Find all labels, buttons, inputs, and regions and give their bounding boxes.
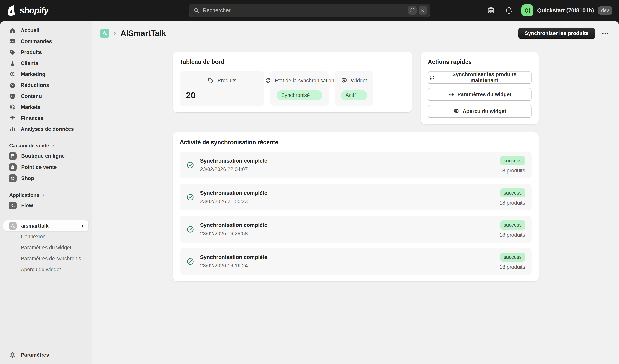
activity-title: Synchronisation complète	[200, 190, 267, 196]
person-icon	[9, 60, 16, 67]
card-title: Activité de synchronisation récente	[180, 139, 532, 146]
more-actions-button[interactable]	[600, 28, 610, 38]
dots-icon	[601, 29, 609, 37]
sidebar-item-shop[interactable]: Shop	[3, 173, 88, 183]
aismarttalk-logo-icon	[101, 30, 108, 36]
sync-activity-row: Synchronisation complète 23/02/2026 19:1…	[180, 248, 532, 275]
subnav-label: Connexion	[21, 234, 46, 239]
stat-tile: Widget Actif	[335, 71, 373, 106]
activity-title: Synchronisation complète	[200, 222, 267, 228]
sidebar-item-markets[interactable]: Markets	[3, 102, 88, 112]
search-input[interactable]: Rechercher ⌘ K	[189, 4, 430, 17]
shopify-logo[interactable]: s shopify	[7, 4, 50, 16]
button-label: Synchroniser les produits maintenant	[438, 71, 530, 84]
sidebar-item-contenu[interactable]: Contenu	[3, 91, 88, 101]
sidebar-item-finances[interactable]: Finances	[3, 113, 88, 123]
subnav-label: Aperçu du widget	[21, 267, 61, 272]
sidebar-subitem-connexion[interactable]: Connexion	[0, 231, 92, 242]
app-icon-aismarttalk[interactable]	[100, 29, 109, 38]
pos-bag-icon	[10, 165, 15, 170]
search-shortcut: ⌘ K	[408, 6, 427, 15]
nav-label: Accueil	[21, 28, 39, 33]
check-circle-icon	[186, 257, 194, 266]
sidebar: Accueil Commandes Produits Clien	[0, 21, 92, 364]
sidebar-item-commandes[interactable]: Commandes	[3, 36, 88, 46]
applications-header[interactable]: Applications	[3, 192, 88, 198]
page-content: Tableau de bord Produits 20	[92, 46, 619, 364]
sidebar-item-point-de-vente[interactable]: Point de vente	[3, 162, 88, 172]
gear-icon	[9, 352, 16, 358]
sidebar-subitem-parametres-synchro[interactable]: Paramètres de synchronis...	[0, 253, 92, 264]
widget-settings-button[interactable]: Paramètres du widget	[428, 88, 532, 101]
sidebar-divider	[5, 216, 87, 216]
sync-now-button[interactable]: Synchroniser les produits maintenant	[428, 71, 532, 84]
shop-app-icon	[10, 176, 15, 181]
svg-text:s: s	[10, 9, 12, 14]
active-dot	[82, 225, 84, 227]
chat-bubble-icon	[341, 77, 347, 84]
discount-icon	[9, 82, 16, 88]
sidebar-subitem-apercu-widget[interactable]: Aperçu du widget	[0, 264, 92, 275]
store-menu[interactable]: Q( Quickstart (70f8101b) dev	[521, 4, 612, 16]
sync-products-button[interactable]: Synchroniser les produits	[518, 28, 595, 39]
sidebar-subitem-parametres-widget[interactable]: Paramètres du widget	[0, 242, 92, 253]
aismarttalk-subnav: Connexion Paramètres du widget Paramètre…	[0, 231, 92, 275]
status-badge: success	[500, 252, 525, 262]
stat-tile: Produits 20	[180, 71, 264, 106]
quick-actions-list: Synchroniser les produits maintenant Par…	[428, 71, 532, 118]
dev-badge: dev	[598, 6, 612, 15]
sidebar-item-aismarttalk[interactable]: aismarttalk	[3, 221, 88, 231]
kbd-k: K	[419, 6, 427, 15]
notifications-button[interactable]	[504, 5, 514, 15]
bank-icon	[9, 115, 16, 121]
stat-badge: Synchronisé	[277, 90, 322, 100]
stat-badge: Actif	[341, 90, 367, 100]
sidebar-item-marketing[interactable]: Marketing	[3, 69, 88, 79]
shopify-bag-icon: s	[7, 4, 18, 16]
activity-timestamp: 23/02/2026 22:04:07	[200, 167, 267, 172]
sidebar-item-parametres[interactable]: Paramètres	[0, 348, 92, 364]
store-name: Quickstart (70f8101b)	[537, 7, 594, 14]
sidebar-item-reductions[interactable]: Réductions	[3, 80, 88, 90]
topbar: s shopify Rechercher ⌘ K Q( Quickstart (…	[0, 0, 619, 21]
sidebar-item-clients[interactable]: Clients	[3, 58, 88, 68]
sales-channels-list: Boutique en ligne Point de vente Shop	[0, 151, 92, 184]
sidekick-assistant-button[interactable]	[486, 5, 496, 15]
sales-channels-header[interactable]: Canaux de vente	[3, 143, 88, 149]
sidebar-item-produits[interactable]: Produits	[3, 47, 88, 57]
nav-label: Shop	[21, 175, 34, 182]
flow-icon	[10, 203, 15, 208]
breadcrumb-chevron-icon	[112, 31, 117, 36]
nav-label: Marketing	[21, 71, 45, 77]
section-label: Applications	[9, 192, 39, 198]
quick-actions-card: Actions rapides Synchroniser les produit…	[421, 52, 539, 124]
check-circle-icon	[186, 161, 194, 169]
sidebar-item-boutique-en-ligne[interactable]: Boutique en ligne	[3, 151, 88, 161]
status-badge: success	[500, 221, 525, 229]
target-cursor-icon	[9, 71, 16, 78]
activity-count: 18 produits	[499, 200, 525, 206]
activity-count: 18 produits	[499, 168, 525, 174]
stat-label: Widget	[351, 78, 367, 84]
button-label: Aperçu du widget	[463, 109, 506, 114]
sidebar-item-analyses[interactable]: Analyses de données	[3, 124, 88, 134]
stat-tile: État de la synchronisation Synchronisé	[270, 71, 329, 106]
subnav-label: Paramètres du widget	[21, 245, 71, 251]
sidebar-item-accueil[interactable]: Accueil	[3, 25, 88, 35]
stats-row: Produits 20 État de la synchronisat	[180, 71, 405, 106]
applications-list: Flow	[0, 200, 92, 212]
button-label: Paramètres du widget	[457, 92, 511, 98]
main-area: AISmartTalk Synchroniser les produits Ta…	[92, 21, 619, 364]
section-label: Canaux de vente	[9, 143, 49, 149]
bar-chart-icon	[9, 126, 16, 132]
nav-label: Commandes	[21, 39, 52, 44]
nav-label: Flow	[21, 203, 33, 209]
status-badge: success	[500, 188, 525, 197]
gear-icon	[448, 92, 454, 97]
sidebar-item-flow[interactable]: Flow	[3, 200, 88, 210]
widget-preview-button[interactable]: Aperçu du widget	[428, 105, 532, 118]
chevron-right-icon	[51, 143, 56, 148]
orders-icon	[9, 38, 16, 45]
shopify-wordmark: shopify	[19, 5, 50, 15]
activity-count: 18 produits	[499, 264, 525, 270]
